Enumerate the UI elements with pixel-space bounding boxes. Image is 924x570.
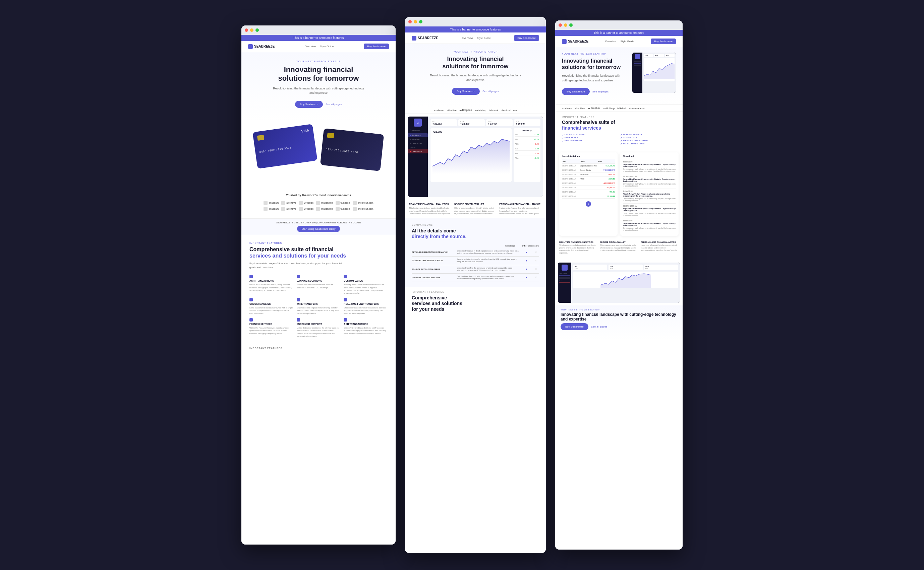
act-col-date: Date <box>562 161 579 162</box>
maximize-icon-3[interactable] <box>569 23 573 27</box>
price-table-panel: Market Cap BTC +2.4% ETH +1.2% <box>514 128 540 182</box>
logo-exabeam: exabeam <box>263 201 278 205</box>
nav-logo-2: SEABREEZE <box>412 36 438 40</box>
quick-access-label: Quick Access <box>408 129 428 132</box>
comp-feature-4: PAYMENT FAILURE INSIGHTS <box>412 277 454 279</box>
sidebar-transactions[interactable]: Transactions <box>408 149 428 153</box>
hero-dashboard-preview: ¥23k ¥22k AGK <box>632 52 676 93</box>
fc-wallet-title: SECURE DIGITAL WALLET <box>454 203 497 205</box>
check-icon-4: ✓ <box>620 133 622 136</box>
hero-text-3: YOUR NEXT FINTECH STARTUP Innovating fin… <box>562 52 628 102</box>
bottom-secondary-w3[interactable]: See all pages <box>591 323 607 330</box>
act-date-4: 28/10/23 12:57 AM <box>562 178 579 180</box>
hero-secondary-1[interactable]: See all pages <box>326 101 341 108</box>
page-1[interactable]: 1 <box>586 201 591 207</box>
dashboard-mockup-2: G Quick Access Dashboard My Wallet Send … <box>408 116 543 197</box>
feature-section-w3: REAL-TIME FINANCIAL ANALYTICS This featu… <box>555 239 683 260</box>
act-date-7: 28/10/23 12:57 AM <box>562 191 579 193</box>
analytics-desc-w3: This feature can include customizable ch… <box>559 244 597 254</box>
page-indicators: 1 <box>562 201 615 207</box>
check-icon-3: ✓ <box>562 139 564 142</box>
market-cap-label: Market Cap <box>515 130 539 132</box>
bottom-tag-w3: YOUR NEXT FINTECH STARTUP <box>561 309 677 311</box>
mailchimp-icon <box>316 201 320 205</box>
comp-row-1: DETAILED REJECTION INFORMATION Immediate… <box>412 248 539 256</box>
newsfeed-title: Newsfeed <box>623 155 676 158</box>
sidebar-logo-2: G <box>414 118 422 127</box>
advice-desc-w3: Implement a feature that offers personal… <box>641 244 679 252</box>
card-number-2: 6277 7654 2527 4778 <box>326 148 378 156</box>
hero-cta-3[interactable]: Buy Seabreeze <box>562 88 590 95</box>
mini-menu-2 <box>559 277 570 277</box>
stat-btc: BTC ¥ 23,882 <box>430 119 457 126</box>
feature-item-realtime: REAL-TIME FUND TRANSFERS Effortlessly tr… <box>344 298 387 315</box>
maximize-icon-2[interactable] <box>419 20 423 23</box>
sidebar-dashboard[interactable]: Dashboard <box>408 133 428 137</box>
logo-w3-exabeam: exabeam <box>562 107 572 109</box>
btc-chart-svg <box>432 135 510 175</box>
nav-cta-2[interactable]: Buy Seabreeze <box>514 35 539 41</box>
act-price-6: -¥3,888.JP <box>607 187 615 188</box>
checkout-icon <box>353 201 357 205</box>
feat-accelerated: ✓ ACCELERATED TIMES <box>620 142 676 145</box>
mini-stat-agk: AGK ¥13k <box>644 265 678 270</box>
mini-dash-inner: Quick Access Service BTC ¥23k ETH <box>558 262 680 303</box>
features-title-w3: Comprehensive suite offinancial services <box>562 120 676 131</box>
stats-cta-1[interactable]: Start using Seabreeze today <box>297 226 340 232</box>
credit-card-dark: 6277 7654 2527 4778 <box>320 128 384 171</box>
chart-section-2: 721,882 Mar <box>430 128 540 182</box>
close-icon[interactable] <box>245 29 248 32</box>
feat-save-recipients: ✓ SAVE RECIPIENTS <box>562 139 618 142</box>
logo-icon-2 <box>412 36 417 40</box>
preview-menu-1 <box>633 61 641 62</box>
check-icon-2: ✓ <box>562 136 564 139</box>
act-detail-3: Service fee <box>580 173 607 176</box>
hero-cta-1[interactable]: Buy Seabreeze <box>295 101 323 108</box>
news-desc-3: Cryptocurrency trading features is not t… <box>623 198 676 202</box>
maximize-icon[interactable] <box>255 29 259 32</box>
minimize-icon[interactable] <box>250 29 254 32</box>
fc-analytics-w3: REAL-TIME FINANCIAL ANALYTICS This featu… <box>559 241 597 254</box>
news-item-1: Today 11:08 Beyond Bad Trades: Cybersecu… <box>623 159 676 174</box>
minimize-icon-3[interactable] <box>564 23 567 27</box>
nav-cta-3[interactable]: Buy Seabreeze <box>651 38 676 44</box>
stats-text-1: SEABREEZE IS USED BY OVER 100,000+ COMPA… <box>249 221 387 224</box>
act-price-4: +¥196.80 <box>608 178 615 180</box>
act-date-2: 28/10/23 12:57 AM <box>562 169 579 171</box>
hero-secondary-2[interactable]: See all pages <box>483 88 498 95</box>
fc-wallet-w3: SECURE DIGITAL WALLET Offer a secure and… <box>600 241 638 254</box>
hero-subtitle-1: Revolutionizing the financial landscape … <box>272 86 366 95</box>
logo-talkdesk: talkdesk <box>335 201 350 205</box>
sidebar-send[interactable]: Send Money <box>408 141 428 146</box>
act-row-1: 28/10/23 12:57 AM Deposit Japanese Yen ¥… <box>562 164 615 168</box>
hero-secondary-3[interactable]: See all pages <box>592 88 609 95</box>
act-detail-7 <box>580 191 608 193</box>
close-icon-2[interactable] <box>408 20 412 23</box>
mini-sidebar: Quick Access Service <box>558 262 571 303</box>
logo-checkout-2: checkout.com <box>353 207 374 211</box>
act-header: Date Detail Price <box>562 159 615 164</box>
nav-logo-1: SEABREEZE <box>248 44 275 49</box>
sidebar-wallet[interactable]: My Wallet <box>408 137 428 141</box>
act-col-price: Price <box>598 161 615 162</box>
page-content-1: This is a banner to announce features SE… <box>241 35 396 544</box>
transactions-icon <box>410 151 411 152</box>
bottom-cta-w3[interactable]: Buy Seabreeze <box>561 323 589 330</box>
hero-cta-2[interactable]: Buy Seabreeze <box>452 88 480 95</box>
close-icon-3[interactable] <box>558 23 562 27</box>
comp-feature-3: SOURCE ACCOUNT NUMBER <box>412 268 454 270</box>
news-date-2: 28/10/23 12:57 AM <box>623 176 676 178</box>
act-price-7: ¥05.JY <box>609 191 615 193</box>
attentive-icon-2 <box>281 207 285 211</box>
comp-feature-1: DETAILED REJECTION INFORMATION <box>412 251 454 253</box>
check-icon <box>249 298 253 302</box>
nav-cta-1[interactable]: Buy Seabreeze <box>364 43 389 49</box>
act-row-2: 28/10/23 12:57 AM Bought Bitcoin ¥ 0.000… <box>562 168 615 173</box>
hero-title-2: Innovating financialsolutions for tomorr… <box>414 55 537 70</box>
fc-advice-w3: PERSONALIZED FINANCIAL ADVICE Implement … <box>641 241 679 254</box>
mini-stat-eth: ETH ¥22k <box>609 265 643 270</box>
svg-marker-1 <box>644 64 675 79</box>
features-title-bottom-2: Comprehensiveservices and solutionsfor y… <box>412 295 539 312</box>
browser-chrome-3 <box>555 20 683 30</box>
minimize-icon-2[interactable] <box>414 20 417 23</box>
